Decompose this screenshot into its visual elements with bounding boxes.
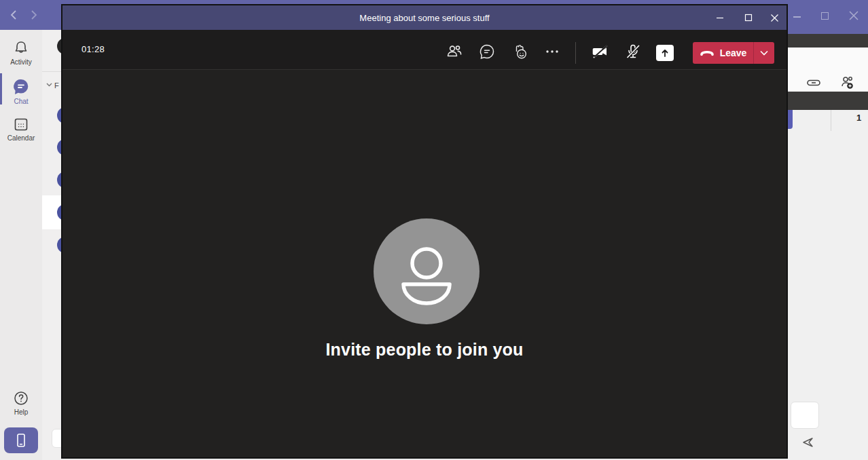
participants-icon[interactable] — [445, 42, 464, 61]
meeting-title: Meeting about some serious stuff — [359, 13, 489, 23]
sidebar-item-label: Chat — [0, 98, 42, 105]
person-icon — [374, 218, 480, 324]
sidebar-item-help[interactable]: Help — [0, 389, 42, 416]
add-participant-icon[interactable] — [839, 75, 856, 91]
sidebar-item-label: Calendar — [0, 134, 42, 142]
background-chat-list: F — [42, 30, 61, 460]
bg-maximize-icon[interactable] — [821, 12, 829, 20]
leave-button[interactable]: Leave — [693, 42, 774, 64]
sidebar-item-calendar[interactable]: Calendar — [0, 115, 42, 142]
meeting-window: Meeting about some serious stuff 01:28 — [61, 4, 788, 459]
leave-label: Leave — [720, 47, 747, 58]
sidebar-item-chat[interactable]: Chat — [0, 77, 42, 105]
mobile-app-button[interactable] — [4, 427, 38, 453]
help-icon — [0, 389, 42, 407]
background-dark-band-2 — [788, 92, 868, 110]
background-compose-edge — [52, 429, 61, 448]
screen: 1 Activity — [0, 0, 868, 460]
leave-main[interactable]: Leave — [693, 42, 753, 64]
send-icon[interactable] — [801, 436, 815, 449]
mic-off-icon[interactable] — [623, 42, 643, 61]
back-icon[interactable] — [8, 9, 20, 21]
forward-icon[interactable] — [27, 9, 39, 21]
sidebar-item-activity[interactable]: Activity — [0, 39, 42, 66]
sidebar-item-label: Help — [0, 408, 42, 416]
meeting-header-panel: 1 — [788, 47, 868, 92]
meeting-titlebar[interactable]: Meeting about some serious stuff — [62, 5, 786, 30]
left-rail: Activity Chat Calendar — [0, 30, 42, 460]
participant-count: 1 — [856, 113, 861, 123]
bg-close-icon[interactable] — [849, 11, 858, 20]
minimize-icon[interactable] — [706, 5, 734, 30]
invite-text: Invite people to join you — [62, 340, 786, 360]
toolbar-divider — [575, 42, 576, 64]
sidebar-item-label: Activity — [0, 58, 42, 66]
bg-minimize-icon[interactable] — [793, 16, 801, 18]
leave-options-caret[interactable] — [753, 42, 774, 64]
close-icon[interactable] — [761, 5, 788, 30]
background-titlebar — [788, 0, 868, 34]
share-screen-button[interactable] — [656, 45, 674, 61]
meeting-timer: 01:28 — [82, 44, 105, 54]
maximize-icon[interactable] — [735, 5, 762, 30]
background-dark-band — [788, 34, 868, 47]
compose-input[interactable] — [791, 402, 819, 429]
more-options-icon[interactable] — [543, 42, 562, 61]
chat-section-header[interactable]: F — [46, 81, 59, 90]
meeting-stage: Invite people to join you — [62, 70, 786, 457]
bell-icon — [0, 39, 42, 57]
reactions-icon[interactable] — [510, 42, 529, 61]
divider — [42, 71, 61, 72]
copy-link-icon[interactable] — [806, 75, 822, 91]
share-arrow-icon — [659, 47, 670, 58]
hang-up-icon — [700, 48, 715, 58]
camera-off-icon[interactable] — [591, 42, 610, 61]
chat-icon[interactable] — [477, 42, 496, 61]
meeting-toolbar: 01:28 — [62, 30, 786, 70]
join-button-edge[interactable] — [788, 107, 793, 129]
background-main-window: 1 — [788, 0, 868, 460]
chat-filled-icon — [0, 77, 42, 96]
mobile-phone-icon — [14, 432, 29, 449]
calendar-icon — [0, 115, 42, 133]
participant-avatar — [374, 218, 480, 324]
